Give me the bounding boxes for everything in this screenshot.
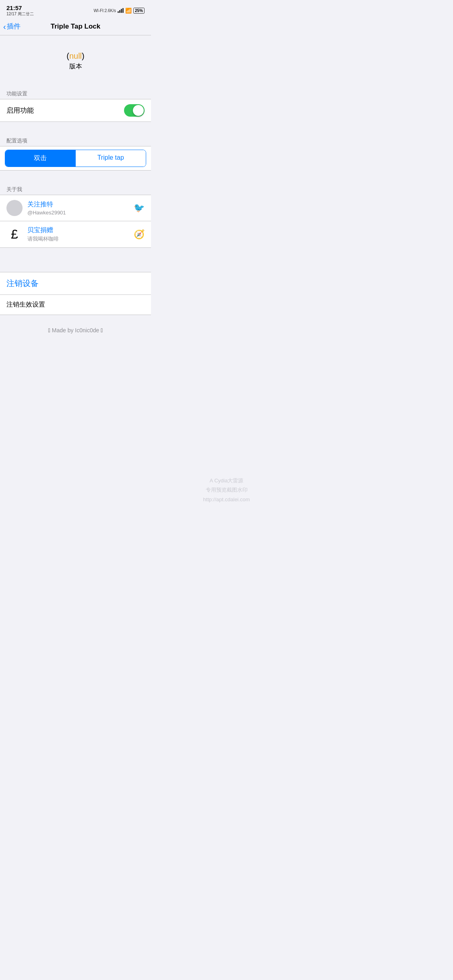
deregister-subtitle: 注销生效设置 [6,301,145,309]
status-bar: 21:57 12/17 周二廿二 WI-FI:2.6K/s 📶 25% [0,0,151,18]
spacer-3 [0,248,151,260]
status-right: WI-FI:2.6K/s 📶 25% [93,8,145,14]
segment-double-tap[interactable]: 双击 [5,150,76,167]
function-settings-group: 启用功能 [0,99,151,122]
spacer-4 [0,260,151,272]
donate-cell[interactable]: £ 贝宝捐赠 请我喝杯咖啡 🧭 [0,221,151,247]
footer-apple-left:  [48,327,50,334]
config-options-group: 双击 Triple tap [0,146,151,171]
donate-title: 贝宝捐赠 [27,226,129,235]
version-section: (null) 版本 [0,35,151,87]
about-me-group: 关注推特 @Hawkes29901 🐦 £ 贝宝捐赠 请我喝杯咖啡 🧭 [0,195,151,248]
footer-apple-right:  [101,327,103,334]
version-null-text: (null) [66,51,84,61]
version-label: 版本 [69,62,82,71]
null-word: null [69,51,82,60]
footer-text: Made by Ic0nic0de [52,327,101,334]
navigate-icon: 🧭 [134,229,145,240]
battery-indicator: 25% [133,8,145,14]
donate-subtitle: 请我喝杯咖啡 [27,235,129,243]
twitter-avatar [6,200,23,216]
deregister-group: 注销设备 注销生效设置 [0,272,151,315]
deregister-cell[interactable]: 注销设备 [0,272,151,294]
wifi-speed: WI-FI:2.6K/s [93,8,116,13]
enable-function-cell: 启用功能 [0,99,151,121]
spacer-1 [0,122,151,134]
twitter-text: 关注推特 @Hawkes29901 [27,200,129,216]
about-me-header: 关于我 [0,183,151,195]
segment-triple-tap[interactable]: Triple tap [76,150,146,167]
config-options-header: 配置选项 [0,134,151,146]
nav-bar: ‹ 插件 Triple Tap Lock [0,18,151,35]
signal-bars-icon [118,8,124,13]
enable-toggle[interactable] [124,104,145,117]
twitter-cell[interactable]: 关注推特 @Hawkes29901 🐦 [0,195,151,221]
function-settings-header: 功能设置 [0,87,151,99]
page-title: Triple Tap Lock [51,23,100,31]
tap-segmented-control[interactable]: 双击 Triple tap [5,150,146,167]
toggle-knob [133,105,144,116]
spacer-2 [0,171,151,183]
deregister-sub-cell: 注销生效设置 [0,294,151,315]
back-label: 插件 [7,22,21,31]
enable-function-label: 启用功能 [6,106,34,115]
donate-text: 贝宝捐赠 请我喝杯咖啡 [27,226,129,243]
footer:  Made by Ic0nic0de  [0,315,151,350]
wifi-icon: 📶 [125,8,132,14]
twitter-subtitle: @Hawkes29901 [27,210,129,216]
twitter-title: 关注推特 [27,200,129,209]
status-left: 21:57 12/17 周二廿二 [6,4,34,17]
status-date: 12/17 周二廿二 [6,11,34,17]
back-button[interactable]: ‹ 插件 [3,22,21,31]
chevron-left-icon: ‹ [3,23,6,31]
status-time: 21:57 [6,4,34,11]
donate-emoji: £ [6,227,23,242]
twitter-icon: 🐦 [134,203,145,213]
deregister-title: 注销设备 [6,278,145,289]
